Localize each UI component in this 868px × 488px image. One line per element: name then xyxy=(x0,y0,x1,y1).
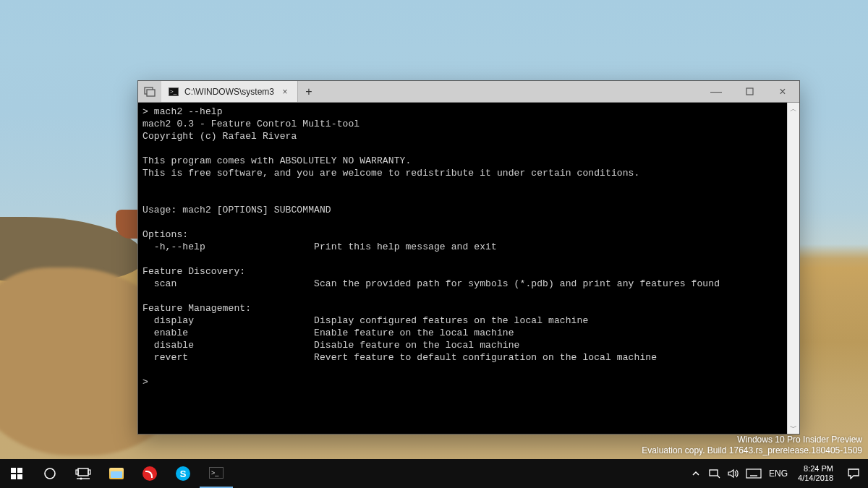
titlebar-drag-region[interactable] xyxy=(320,81,699,102)
scroll-down-button[interactable]: ﹀ xyxy=(788,421,799,434)
watermark-line2: Evaluation copy. Build 17643.rs_prerelea… xyxy=(642,445,862,456)
volume-icon xyxy=(727,468,740,479)
cmd-icon: >_ xyxy=(169,87,179,96)
tab-close-button[interactable]: × xyxy=(280,87,290,97)
taskbar-app-cmd-active[interactable]: >_ xyxy=(200,459,233,488)
keyboard-icon xyxy=(746,468,762,479)
taskbar-app-explorer[interactable] xyxy=(100,459,133,488)
task-view-icon xyxy=(75,467,91,480)
clock-date: 4/14/2018 xyxy=(798,474,833,483)
action-center-button[interactable] xyxy=(839,459,868,488)
svg-rect-9 xyxy=(76,470,78,474)
terminal-body: > mach2 --help mach2 0.3 - Feature Contr… xyxy=(138,103,799,434)
skype-icon: S xyxy=(176,466,190,481)
taskbar: S >_ ENG 8:24 PM 4/14/2018 xyxy=(0,459,868,488)
desktop-watermark: Windows 10 Pro Insider Preview Evaluatio… xyxy=(642,435,862,456)
svg-rect-3 xyxy=(11,468,16,473)
task-view-button[interactable] xyxy=(67,459,100,488)
taskbar-app-vivaldi[interactable] xyxy=(133,459,166,488)
close-icon: × xyxy=(779,85,786,98)
cmd-icon: >_ xyxy=(209,467,224,479)
tab-active[interactable]: >_ C:\WINDOWS\system3 × xyxy=(161,81,298,102)
svg-rect-1 xyxy=(147,90,155,96)
tray-ime-button[interactable] xyxy=(743,459,765,488)
svg-rect-10 xyxy=(88,470,90,474)
minimize-button[interactable]: — xyxy=(699,81,733,102)
tabs-overview-icon xyxy=(143,85,156,98)
close-button[interactable]: × xyxy=(766,81,799,102)
cortana-button[interactable] xyxy=(33,459,67,488)
action-center-icon xyxy=(847,468,860,479)
network-icon xyxy=(708,468,721,479)
terminal-output[interactable]: > mach2 --help mach2 0.3 - Feature Contr… xyxy=(138,103,787,434)
scroll-track[interactable] xyxy=(788,115,799,421)
file-explorer-icon xyxy=(109,468,124,479)
tray-network-button[interactable] xyxy=(705,459,724,488)
tray-overflow-button[interactable] xyxy=(686,459,705,488)
start-button[interactable] xyxy=(0,459,33,488)
watermark-line1: Windows 10 Pro Insider Preview xyxy=(642,435,862,445)
scroll-up-button[interactable]: ︿ xyxy=(788,103,799,115)
tray-language-button[interactable]: ENG xyxy=(765,459,792,488)
maximize-icon xyxy=(746,87,754,95)
minimize-icon: — xyxy=(710,85,722,98)
svg-point-12 xyxy=(80,477,82,479)
svg-point-7 xyxy=(45,468,55,479)
terminal-window: >_ C:\WINDOWS\system3 × + — × > mach2 --… xyxy=(137,80,800,435)
window-titlebar[interactable]: >_ C:\WINDOWS\system3 × + — × xyxy=(138,81,799,103)
svg-rect-6 xyxy=(17,474,22,479)
tab-title: C:\WINDOWS\system3 xyxy=(184,87,274,97)
taskbar-right: ENG 8:24 PM 4/14/2018 xyxy=(686,459,868,488)
desktop: >_ C:\WINDOWS\system3 × + — × > mach2 --… xyxy=(0,0,868,488)
clock-time: 8:24 PM xyxy=(804,464,833,474)
taskbar-left: S >_ xyxy=(0,459,233,488)
vertical-scrollbar[interactable]: ︿ ﹀ xyxy=(787,103,799,434)
windows-logo-icon xyxy=(10,467,23,480)
svg-line-14 xyxy=(718,476,720,478)
maximize-button[interactable] xyxy=(733,81,766,102)
svg-rect-5 xyxy=(11,474,16,479)
new-tab-button[interactable]: + xyxy=(298,81,320,102)
tabs-overview-button[interactable] xyxy=(138,81,161,102)
taskbar-app-skype[interactable]: S xyxy=(166,459,200,488)
svg-rect-8 xyxy=(78,468,88,476)
chevron-up-icon xyxy=(692,469,700,478)
tray-volume-button[interactable] xyxy=(724,459,743,488)
svg-rect-13 xyxy=(710,470,718,476)
vivaldi-icon xyxy=(142,466,157,481)
cortana-icon xyxy=(43,467,56,480)
tray-clock[interactable]: 8:24 PM 4/14/2018 xyxy=(792,459,839,488)
svg-rect-16 xyxy=(746,469,761,478)
svg-rect-2 xyxy=(746,88,753,95)
svg-marker-15 xyxy=(728,470,733,477)
svg-rect-4 xyxy=(17,468,22,473)
